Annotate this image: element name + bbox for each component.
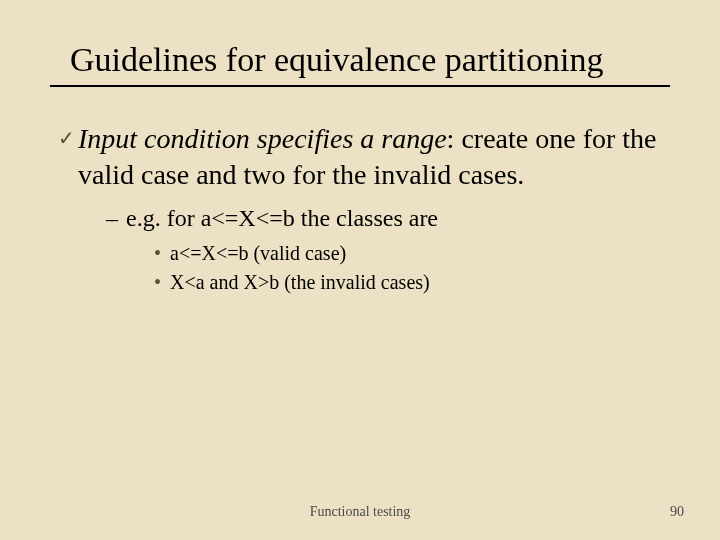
dot-icon: • [154,269,170,296]
bullet-level-3: • X<a and X>b (the invalid cases) [154,269,670,296]
slide: Guidelines for equivalence partitioning … [0,0,720,540]
check-icon: ✓ [58,126,78,150]
bullet-level-3-text: X<a and X>b (the invalid cases) [170,269,430,296]
bullet-level-2: – e.g. for a<=X<=b the classes are [106,203,670,234]
dash-icon: – [106,203,126,234]
bullet-level-1-text: Input condition specifies a range: creat… [78,121,670,193]
bullet-level-3: • a<=X<=b (valid case) [154,240,670,267]
bullet-italic-lead: Input condition specifies a range [78,123,447,154]
bullet-level-2-text: e.g. for a<=X<=b the classes are [126,203,438,234]
title-rule [50,85,670,87]
slide-body: ✓ Input condition specifies a range: cre… [50,121,670,296]
footer-center: Functional testing [0,504,720,520]
bullet-level-3-text: a<=X<=b (valid case) [170,240,346,267]
page-number: 90 [670,504,684,520]
dot-icon: • [154,240,170,267]
bullet-level-1: ✓ Input condition specifies a range: cre… [58,121,670,193]
slide-title: Guidelines for equivalence partitioning [50,40,670,79]
